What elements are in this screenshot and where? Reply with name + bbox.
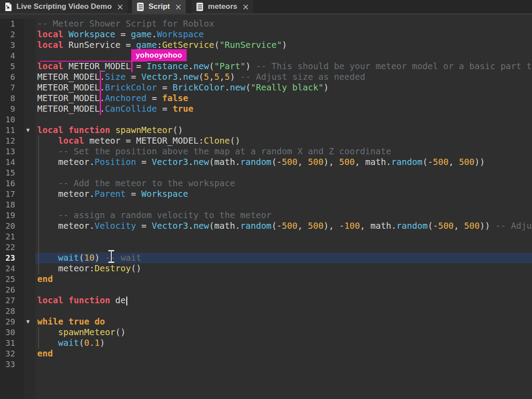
code-line[interactable] [35, 51, 532, 61]
line-number[interactable]: 14 [0, 157, 24, 168]
code-line[interactable]: -- Set the position above the map at a r… [35, 146, 532, 157]
line-number[interactable]: 31 [0, 338, 24, 348]
code-line[interactable]: local METEOR_MODEL = Instance.new("Part"… [35, 61, 532, 72]
token: Anchored [105, 93, 147, 103]
fold-margin [24, 19, 35, 29]
line-number[interactable]: 5 [0, 61, 24, 72]
script-icon [136, 2, 145, 12]
line-number[interactable]: 19 [0, 210, 24, 221]
line-number[interactable]: 8 [0, 93, 24, 104]
line-number[interactable]: 13 [0, 146, 24, 157]
line-number[interactable]: 21 [0, 231, 24, 242]
code-line[interactable]: -- Meteor Shower Script for Roblox [35, 19, 532, 29]
code-line[interactable]: end [35, 348, 532, 359]
code-area[interactable] [35, 370, 532, 399]
tab-live-scripting-video-demo[interactable]: Live Scripting Video Demo× [0, 0, 128, 13]
line-number[interactable]: 12 [0, 136, 24, 146]
line-number[interactable]: 15 [0, 168, 24, 178]
fold-margin [24, 189, 35, 200]
token [37, 136, 58, 146]
code-line[interactable]: local RunService = game:GetService("RunS… [35, 40, 532, 51]
code-line[interactable] [35, 359, 532, 370]
line-number[interactable]: 27 [0, 295, 24, 306]
line-number[interactable]: 4 [0, 51, 24, 61]
line-number[interactable]: 9 [0, 104, 24, 114]
line-number[interactable]: 26 [0, 285, 24, 295]
token: ) [100, 338, 105, 348]
code-line[interactable]: METEOR_MODEL.BrickColor = BrickColor.new… [35, 82, 532, 93]
code-line[interactable]: meteor:Destroy() [35, 263, 532, 274]
token: , [454, 221, 464, 231]
token: do [94, 317, 105, 327]
line-number[interactable]: 22 [0, 242, 24, 253]
line-number[interactable]: 20 [0, 221, 24, 231]
line-number[interactable]: 33 [0, 359, 24, 370]
code-line[interactable] [35, 231, 532, 242]
code-line[interactable]: end [35, 274, 532, 285]
close-icon[interactable]: × [175, 3, 182, 11]
code-line[interactable]: METEOR_MODEL.Size = Vector3.new(5,5,5) -… [35, 72, 532, 82]
line-number[interactable]: 3 [0, 40, 24, 51]
code-line[interactable]: -- Add the meteor to the workspace [35, 178, 532, 189]
token: = [157, 82, 172, 93]
tab-script[interactable]: Script× [132, 0, 186, 13]
line-number[interactable]: 7 [0, 82, 24, 93]
line-number[interactable]: 6 [0, 72, 24, 82]
code-line[interactable]: local meteor = METEOR_MODEL:Clone() [35, 136, 532, 146]
code-line[interactable]: while true do [35, 317, 532, 327]
line-number[interactable]: 24 [0, 263, 24, 274]
close-icon[interactable]: × [117, 3, 124, 11]
code-line[interactable]: -- assign a random velocity to the meteo… [35, 210, 532, 221]
code-editor[interactable]: 1-- Meteor Shower Script for Roblox2loca… [0, 15, 532, 399]
line-number[interactable]: 18 [0, 200, 24, 210]
line-number[interactable]: 16 [0, 178, 24, 189]
code-line[interactable] [35, 168, 532, 178]
code-line[interactable]: METEOR_MODEL.Anchored = false [35, 93, 532, 104]
fold-margin [24, 157, 35, 168]
code-line[interactable]: METEOR_MODEL.CanCollide = true [35, 104, 532, 114]
line-number[interactable]: 11 [0, 125, 24, 136]
code-line[interactable] [35, 200, 532, 210]
code-line[interactable]: local function de [35, 295, 532, 306]
token: (- [271, 157, 282, 167]
token: function [68, 125, 110, 135]
tab-label: Live Scripting Video Demo [16, 2, 112, 11]
tab-meteors[interactable]: meteors× [192, 0, 253, 13]
line-number[interactable]: 2 [0, 29, 24, 40]
code-line[interactable]: meteor.Position = Vector3.new(math.rando… [35, 157, 532, 168]
code-line[interactable] [35, 114, 532, 125]
token: METEOR_MODEL. [37, 104, 105, 114]
code-line[interactable]: meteor.Parent = Workspace [35, 189, 532, 200]
token: , math. [360, 221, 396, 231]
token [63, 125, 69, 135]
code-line[interactable] [35, 306, 532, 317]
code-line[interactable]: local Workspace = game.Workspace [35, 29, 532, 40]
line-number[interactable]: 1 [0, 19, 24, 29]
fold-margin [24, 359, 35, 370]
line-number[interactable]: 23 [0, 253, 24, 263]
token: local [37, 125, 63, 135]
line-number[interactable]: 32 [0, 348, 24, 359]
line-number[interactable]: 10 [0, 114, 24, 125]
line-number[interactable]: 17 [0, 189, 24, 200]
token: , [297, 221, 308, 231]
code-line[interactable] [35, 285, 532, 295]
collaborator-caret [131, 61, 133, 72]
fold-arrow-icon[interactable]: ▼ [22, 125, 34, 136]
code-line[interactable]: local function spawnMeteor() [35, 125, 532, 136]
fold-arrow-icon[interactable]: ▼ [22, 317, 34, 327]
token: , [219, 72, 225, 82]
token [37, 253, 58, 263]
line-number-gutter [0, 370, 24, 399]
line-number[interactable]: 30 [0, 327, 24, 338]
close-icon[interactable]: × [242, 3, 249, 11]
line-number[interactable]: 28 [0, 306, 24, 317]
line-number[interactable]: 25 [0, 274, 24, 285]
code-lines[interactable]: 1-- Meteor Shower Script for Roblox2loca… [0, 15, 532, 399]
line-number[interactable]: 29 [0, 317, 24, 327]
token: , [209, 72, 215, 82]
code-line[interactable]: wait(0.1) [35, 338, 532, 348]
code-line[interactable]: spawnMeteor() [35, 327, 532, 338]
code-line[interactable]: meteor.Velocity = Vector3.new(math.rando… [35, 221, 532, 231]
token: GetService [162, 40, 214, 50]
